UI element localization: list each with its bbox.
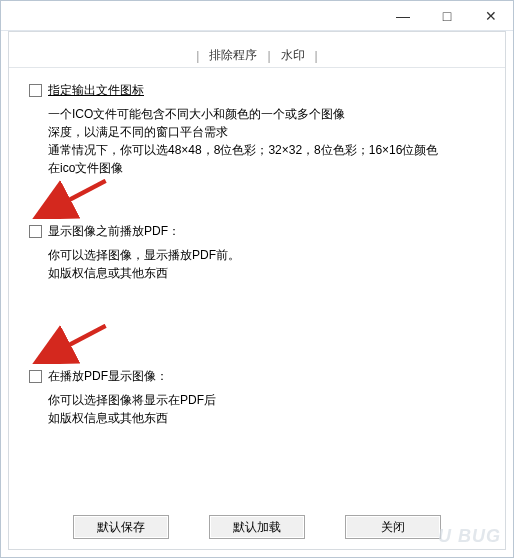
content-inner: | 排除程序 | 水印 | 指定输出文件图标 一个ICO文件可能包含不同大小和颜… — [8, 31, 506, 550]
minimize-button[interactable]: — — [381, 1, 425, 30]
checkbox-label-output-icon: 指定输出文件图标 — [48, 82, 144, 99]
button-row: 默认保存 默认加载 关闭 — [9, 515, 505, 539]
annotation-arrow-icon — [25, 324, 115, 364]
tab-exclude-program[interactable]: 排除程序 — [201, 47, 265, 64]
desc-text: 深度，以满足不同的窗口平台需求 — [48, 123, 493, 141]
content-frame: | 排除程序 | 水印 | 指定输出文件图标 一个ICO文件可能包含不同大小和颜… — [1, 31, 513, 557]
svg-line-0 — [40, 181, 106, 216]
body-area: 指定输出文件图标 一个ICO文件可能包含不同大小和颜色的一个或多个图像 深度，以… — [9, 68, 505, 427]
checkbox-label-pdf-before: 显示图像之前播放PDF： — [48, 223, 180, 240]
tab-strip: | 排除程序 | 水印 | — [9, 44, 505, 68]
tab-separator: | — [313, 49, 320, 63]
desc-text: 如版权信息或其他东西 — [48, 409, 493, 427]
checkbox-row-pdf-after: 在播放PDF显示图像： — [29, 368, 493, 385]
annotation-arrow-icon — [25, 179, 115, 219]
titlebar: — □ ✕ — [1, 1, 513, 31]
close-button[interactable]: ✕ — [469, 1, 513, 30]
group-output-icon: 指定输出文件图标 一个ICO文件可能包含不同大小和颜色的一个或多个图像 深度，以… — [29, 82, 493, 177]
checkbox-pdf-after[interactable] — [29, 370, 42, 383]
tab-watermark[interactable]: 水印 — [273, 47, 313, 64]
tab-separator: | — [265, 49, 272, 63]
checkbox-label-pdf-after: 在播放PDF显示图像： — [48, 368, 168, 385]
checkbox-output-icon[interactable] — [29, 84, 42, 97]
group-pdf-after: 在播放PDF显示图像： 你可以选择图像将显示在PDF后 如版权信息或其他东西 — [29, 368, 493, 427]
close-dialog-button[interactable]: 关闭 — [345, 515, 441, 539]
desc-text: 你可以选择图像，显示播放PDF前。 — [48, 246, 493, 264]
desc-text: 一个ICO文件可能包含不同大小和颜色的一个或多个图像 — [48, 105, 493, 123]
desc-text: 如版权信息或其他东西 — [48, 264, 493, 282]
maximize-button[interactable]: □ — [425, 1, 469, 30]
svg-line-1 — [40, 326, 106, 361]
desc-text: 你可以选择图像将显示在PDF后 — [48, 391, 493, 409]
tab-separator: | — [194, 49, 201, 63]
checkbox-row-output-icon: 指定输出文件图标 — [29, 82, 493, 99]
checkbox-pdf-before[interactable] — [29, 225, 42, 238]
default-save-button[interactable]: 默认保存 — [73, 515, 169, 539]
desc-text: 通常情况下，你可以选48×48，8位色彩；32×32，8位色彩；16×16位颜色 — [48, 141, 493, 159]
app-window: — □ ✕ | 排除程序 | 水印 | 指定输出文件图标 一个 — [0, 0, 514, 558]
desc-text: 在ico文件图像 — [48, 159, 493, 177]
default-load-button[interactable]: 默认加载 — [209, 515, 305, 539]
group-pdf-before: 显示图像之前播放PDF： 你可以选择图像，显示播放PDF前。 如版权信息或其他东… — [29, 223, 493, 282]
checkbox-row-pdf-before: 显示图像之前播放PDF： — [29, 223, 493, 240]
